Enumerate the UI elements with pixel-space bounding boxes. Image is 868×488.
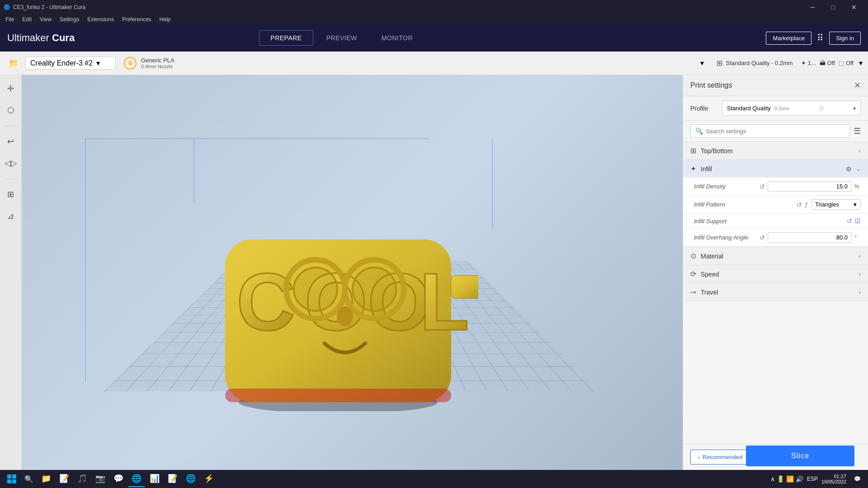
panel-close-button[interactable]: ✕ bbox=[854, 80, 861, 90]
menu-preferences[interactable]: Preferences bbox=[118, 15, 155, 23]
section-travel-header[interactable]: ⊸ Travel ‹ bbox=[683, 283, 868, 301]
profile-dropdown-icon[interactable]: ▾ bbox=[853, 105, 856, 112]
section-material: ⊙ Material ‹ bbox=[683, 247, 868, 265]
profile-selector[interactable]: Standard Quality 0.2mm ☆ ▾ bbox=[722, 101, 861, 116]
printer-name: Creality Ender-3 #2 bbox=[30, 59, 93, 67]
infill-pattern-label: Infill Pattern bbox=[694, 201, 794, 208]
search-row: 🔍 ☰ bbox=[683, 121, 868, 142]
taskbar-app-chrome2[interactable]: 🌐 bbox=[183, 471, 199, 487]
section-travel-label: Travel bbox=[701, 289, 854, 296]
taskbar-app-camera[interactable]: 📷 bbox=[92, 471, 108, 487]
window-title: CE3_funko 2 - Ultimaker Cura bbox=[13, 4, 85, 10]
viewport[interactable]: C OO L bbox=[22, 75, 683, 470]
battery-icon: 🔋 bbox=[777, 475, 784, 483]
scale-tool[interactable]: ⬡ bbox=[3, 102, 19, 118]
settings-menu-icon[interactable]: ☰ bbox=[854, 126, 861, 136]
search-icon: 🔍 bbox=[695, 127, 703, 135]
move-tool[interactable]: ✛ bbox=[3, 80, 19, 97]
menu-help[interactable]: Help bbox=[156, 15, 175, 23]
support-tool[interactable]: ⊿ bbox=[3, 208, 19, 224]
menu-file[interactable]: File bbox=[2, 15, 18, 23]
menu-view[interactable]: View bbox=[36, 15, 55, 23]
tab-monitor[interactable]: MONITOR bbox=[370, 30, 424, 46]
start-button[interactable] bbox=[4, 471, 20, 487]
logo-bold: Cura bbox=[52, 32, 75, 43]
signin-button[interactable]: Sign in bbox=[829, 32, 861, 45]
taskbar-app-notes[interactable]: 📝 bbox=[56, 471, 72, 487]
infill-pattern-item: Infill Pattern ↺ ƒ Triangles ▾ bbox=[683, 196, 868, 214]
time-display: 01:27 bbox=[834, 474, 846, 479]
menu-edit[interactable]: Edit bbox=[19, 15, 35, 23]
profile-label: Profile bbox=[690, 105, 717, 112]
section-top-bottom-label: Top/Bottom bbox=[701, 147, 854, 155]
grid-icon[interactable]: ⠿ bbox=[817, 33, 824, 43]
taskbar-app-explorer[interactable]: 📁 bbox=[38, 471, 54, 487]
section-infill-header[interactable]: ✦ Infill ⚙ ⌄ bbox=[683, 160, 868, 178]
svg-rect-13 bbox=[451, 276, 478, 298]
rotate-tool[interactable]: ↩ bbox=[3, 133, 19, 150]
section-top-bottom-header[interactable]: ⊞ Top/Bottom ‹ bbox=[683, 142, 868, 160]
infill-pattern-reset[interactable]: ↺ bbox=[797, 201, 802, 208]
infill-overhang-label: Infill Overhang Angle bbox=[694, 234, 757, 241]
infill-support-checkbox[interactable]: ☑ bbox=[855, 217, 861, 225]
taskbar-app-excel[interactable]: 📊 bbox=[146, 471, 163, 487]
profile-sub: 0.2mm bbox=[774, 106, 789, 111]
profile-star-icon[interactable]: ☆ bbox=[818, 104, 825, 113]
taskbar-app-cura[interactable]: ⚡ bbox=[201, 471, 217, 487]
svg-rect-16 bbox=[7, 479, 11, 483]
infill-chevron: ⌄ bbox=[856, 166, 861, 172]
quality-icon: ⊞ bbox=[717, 59, 722, 67]
taskbar-search[interactable]: 🔍 bbox=[22, 472, 36, 486]
slice-button[interactable]: Slice bbox=[746, 446, 854, 466]
model-svg: C OO L bbox=[198, 194, 478, 411]
recommended-button[interactable]: ‹ Recommended bbox=[690, 450, 750, 465]
mirror-tool[interactable]: ◁▷ bbox=[3, 155, 19, 171]
section-speed-header[interactable]: ⟳ Speed ‹ bbox=[683, 265, 868, 283]
adhesion-icon: ⬚ bbox=[839, 60, 844, 66]
svg-text:L: L bbox=[420, 256, 469, 347]
material-selector[interactable]: ① Generic PLA 0.4mm Nozzle ▾ bbox=[119, 55, 708, 71]
infill-overhang-value[interactable] bbox=[768, 232, 852, 243]
speed-section-icon: ⟳ bbox=[690, 270, 696, 278]
section-infill: ✦ Infill ⚙ ⌄ Infill Density ↺ % Infill P… bbox=[683, 160, 868, 247]
quality-selector[interactable]: ⊞ Standard Quality - 0.2mm bbox=[712, 57, 797, 69]
taskbar-app-chat[interactable]: 💬 bbox=[110, 471, 127, 487]
infill-overhang-reset[interactable]: ↺ bbox=[760, 234, 765, 241]
taskbar-app-music[interactable]: 🎵 bbox=[74, 471, 90, 487]
taskbar-system-icons: ∧ 🔋 📶 🔊 bbox=[770, 475, 803, 483]
taskbar-app-word[interactable]: 📝 bbox=[165, 471, 181, 487]
maximize-button[interactable]: □ bbox=[823, 0, 844, 14]
infill-pattern-dropdown-icon: ▾ bbox=[854, 201, 857, 208]
menu-settings[interactable]: Settings bbox=[56, 15, 83, 23]
close-button[interactable]: ✕ bbox=[844, 0, 864, 14]
minimize-button[interactable]: ─ bbox=[802, 0, 823, 14]
notification-button[interactable]: 💬 bbox=[850, 472, 864, 486]
arrange-tool[interactable]: ⊞ bbox=[3, 186, 19, 202]
titlebar: 🔵 CE3_funko 2 - Ultimaker Cura ─ □ ✕ bbox=[0, 0, 868, 14]
marketplace-button[interactable]: Marketplace bbox=[766, 32, 811, 45]
support-icon: 🏔 bbox=[820, 60, 826, 66]
titlebar-left: 🔵 CE3_funko 2 - Ultimaker Cura bbox=[4, 4, 85, 10]
section-top-bottom: ⊞ Top/Bottom ‹ bbox=[683, 142, 868, 160]
infill-tune-icon[interactable]: ⚙ bbox=[846, 165, 852, 173]
search-box: 🔍 bbox=[690, 124, 850, 138]
folder-icon[interactable]: 📁 bbox=[5, 55, 22, 71]
infill-density-reset[interactable]: ↺ bbox=[760, 183, 765, 190]
printer-selector[interactable]: Creality Ender-3 #2 ▾ bbox=[25, 56, 116, 70]
tab-prepare[interactable]: PREPARE bbox=[259, 30, 313, 46]
profile-name: Standard Quality bbox=[727, 105, 771, 112]
tab-preview[interactable]: PREVIEW bbox=[315, 30, 368, 46]
infill-value: 1... bbox=[808, 60, 816, 66]
nav-right: Marketplace ⠿ Sign in bbox=[766, 32, 861, 45]
infill-pattern-func[interactable]: ƒ bbox=[805, 201, 808, 208]
infill-density-value[interactable] bbox=[768, 181, 852, 192]
taskbar-app-chrome[interactable]: 🌐 bbox=[128, 471, 145, 487]
section-material-header[interactable]: ⊙ Material ‹ bbox=[683, 247, 868, 265]
arrow-up-icon[interactable]: ∧ bbox=[770, 475, 775, 483]
infill-support-reset[interactable]: ↺ bbox=[847, 217, 852, 225]
infill-pattern-dropdown[interactable]: Triangles ▾ bbox=[811, 199, 861, 210]
search-input[interactable] bbox=[706, 128, 845, 135]
infill-section-icon: ✦ bbox=[690, 164, 696, 173]
menu-extensions[interactable]: Extensions bbox=[84, 15, 118, 23]
section-speed-label: Speed bbox=[701, 271, 854, 278]
